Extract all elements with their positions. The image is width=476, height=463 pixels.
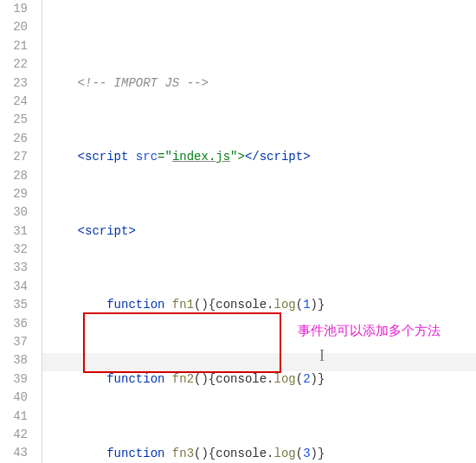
code-area[interactable]: <!-- IMPORT JS --> <script src="index.js… (42, 0, 476, 463)
line-number: 19 (0, 0, 28, 18)
line-number: 28 (0, 167, 28, 185)
code-editor[interactable]: 19 20 21 22 23 24 25 26 27 28 29 30 31 3… (0, 0, 476, 463)
line-number: 39 (0, 370, 28, 389)
code-line[interactable]: <!-- IMPORT JS --> (48, 74, 476, 93)
current-line-highlight (42, 353, 476, 371)
line-number: 40 (0, 389, 28, 407)
code-line[interactable]: <script> (48, 222, 476, 241)
line-number: 42 (0, 426, 28, 444)
line-number: 25 (0, 111, 28, 129)
line-number: 41 (0, 408, 28, 426)
code-line[interactable]: function fn3(){console.log(3)} (48, 445, 476, 463)
line-number: 35 (0, 296, 28, 314)
code-line[interactable]: function fn2(){console.log(2)} (48, 370, 476, 389)
line-number: 23 (0, 74, 28, 93)
line-number: 27 (0, 148, 28, 166)
line-number: 21 (0, 37, 28, 55)
line-number: 36 (0, 315, 28, 333)
annotation-text: 事件池可以添加多个方法 (298, 321, 471, 340)
line-number: 32 (0, 241, 28, 259)
line-number: 20 (0, 18, 28, 36)
line-number: 31 (0, 222, 28, 241)
line-number: 33 (0, 259, 28, 277)
line-number: 24 (0, 93, 28, 111)
line-number: 37 (0, 333, 28, 351)
line-number: 30 (0, 203, 28, 222)
line-number: 38 (0, 351, 28, 370)
code-line[interactable]: <script src="index.js"></script> (48, 148, 476, 166)
line-number: 29 (0, 185, 28, 203)
line-number: 43 (0, 444, 28, 462)
line-number: 26 (0, 130, 28, 148)
code-line[interactable]: function fn1(){console.log(1)} (48, 296, 476, 314)
fold-gutter (31, 0, 42, 463)
line-number: 22 (0, 55, 28, 74)
line-number-gutter: 19 20 21 22 23 24 25 26 27 28 29 30 31 3… (0, 0, 31, 463)
line-number: 34 (0, 278, 28, 296)
mouse-text-cursor-icon: I (319, 347, 325, 365)
